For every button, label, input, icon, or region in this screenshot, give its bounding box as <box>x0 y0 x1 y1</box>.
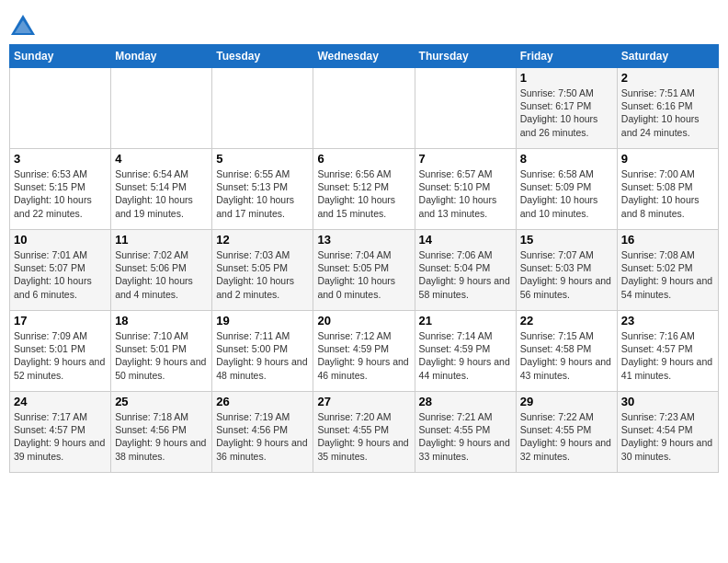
calendar-day-cell <box>111 68 212 149</box>
logo-icon <box>9 13 37 40</box>
day-info: Sunrise: 7:19 AM Sunset: 4:56 PM Dayligh… <box>216 410 309 463</box>
day-number: 1 <box>520 71 613 85</box>
calendar-day-cell: 24Sunrise: 7:17 AM Sunset: 4:57 PM Dayli… <box>10 392 111 473</box>
calendar-day-cell: 27Sunrise: 7:20 AM Sunset: 4:55 PM Dayli… <box>313 392 415 473</box>
calendar-day-cell: 3Sunrise: 6:53 AM Sunset: 5:15 PM Daylig… <box>10 149 111 230</box>
day-info: Sunrise: 7:16 AM Sunset: 4:57 PM Dayligh… <box>621 329 714 382</box>
day-number: 27 <box>317 395 410 408</box>
day-number: 29 <box>520 395 613 408</box>
day-info: Sunrise: 6:58 AM Sunset: 5:09 PM Dayligh… <box>520 167 613 220</box>
day-info: Sunrise: 7:17 AM Sunset: 4:57 PM Dayligh… <box>14 410 107 463</box>
day-number: 20 <box>317 314 410 327</box>
calendar-day-cell: 12Sunrise: 7:03 AM Sunset: 5:05 PM Dayli… <box>212 230 313 311</box>
calendar-day-cell: 6Sunrise: 6:56 AM Sunset: 5:12 PM Daylig… <box>313 149 415 230</box>
calendar-header-day: Saturday <box>617 45 718 68</box>
day-number: 16 <box>621 233 714 247</box>
day-info: Sunrise: 7:22 AM Sunset: 4:55 PM Dayligh… <box>520 410 613 463</box>
day-info: Sunrise: 7:50 AM Sunset: 6:17 PM Dayligh… <box>520 86 613 139</box>
calendar-day-cell: 25Sunrise: 7:18 AM Sunset: 4:56 PM Dayli… <box>111 392 212 473</box>
calendar-day-cell: 16Sunrise: 7:08 AM Sunset: 5:02 PM Dayli… <box>617 230 718 311</box>
calendar-day-cell: 5Sunrise: 6:55 AM Sunset: 5:13 PM Daylig… <box>212 149 313 230</box>
calendar-week-row: 17Sunrise: 7:09 AM Sunset: 5:01 PM Dayli… <box>10 311 719 392</box>
day-number: 13 <box>317 233 410 247</box>
day-info: Sunrise: 7:04 AM Sunset: 5:05 PM Dayligh… <box>317 248 410 301</box>
day-number: 22 <box>520 314 613 327</box>
day-number: 26 <box>216 395 309 408</box>
calendar-header-day: Thursday <box>415 45 516 68</box>
day-number: 9 <box>621 152 714 166</box>
calendar-day-cell: 7Sunrise: 6:57 AM Sunset: 5:10 PM Daylig… <box>415 149 516 230</box>
calendar-day-cell: 17Sunrise: 7:09 AM Sunset: 5:01 PM Dayli… <box>10 311 111 392</box>
calendar-day-cell: 23Sunrise: 7:16 AM Sunset: 4:57 PM Dayli… <box>617 311 718 392</box>
calendar-day-cell: 30Sunrise: 7:23 AM Sunset: 4:54 PM Dayli… <box>617 392 718 473</box>
day-info: Sunrise: 7:01 AM Sunset: 5:07 PM Dayligh… <box>14 248 107 301</box>
calendar-week-row: 24Sunrise: 7:17 AM Sunset: 4:57 PM Dayli… <box>10 392 719 473</box>
day-number: 4 <box>115 152 208 166</box>
day-info: Sunrise: 7:06 AM Sunset: 5:04 PM Dayligh… <box>419 248 512 301</box>
calendar-day-cell: 28Sunrise: 7:21 AM Sunset: 4:55 PM Dayli… <box>415 392 516 473</box>
calendar-body: 1Sunrise: 7:50 AM Sunset: 6:17 PM Daylig… <box>10 68 719 473</box>
calendar-week-row: 3Sunrise: 6:53 AM Sunset: 5:15 PM Daylig… <box>10 149 719 230</box>
calendar-day-cell: 11Sunrise: 7:02 AM Sunset: 5:06 PM Dayli… <box>111 230 212 311</box>
calendar-day-cell: 21Sunrise: 7:14 AM Sunset: 4:59 PM Dayli… <box>415 311 516 392</box>
day-number: 25 <box>115 395 208 408</box>
day-number: 6 <box>317 152 410 166</box>
calendar-day-cell: 10Sunrise: 7:01 AM Sunset: 5:07 PM Dayli… <box>10 230 111 311</box>
calendar: SundayMondayTuesdayWednesdayThursdayFrid… <box>9 44 719 473</box>
day-info: Sunrise: 7:00 AM Sunset: 5:08 PM Dayligh… <box>621 167 714 220</box>
day-info: Sunrise: 7:10 AM Sunset: 5:01 PM Dayligh… <box>115 329 208 382</box>
calendar-header: SundayMondayTuesdayWednesdayThursdayFrid… <box>10 45 719 68</box>
day-number: 12 <box>216 233 309 247</box>
day-info: Sunrise: 7:18 AM Sunset: 4:56 PM Dayligh… <box>115 410 208 463</box>
day-number: 3 <box>14 152 107 166</box>
day-number: 11 <box>115 233 208 247</box>
day-info: Sunrise: 7:12 AM Sunset: 4:59 PM Dayligh… <box>317 329 410 382</box>
day-info: Sunrise: 7:23 AM Sunset: 4:54 PM Dayligh… <box>621 410 714 463</box>
day-info: Sunrise: 7:21 AM Sunset: 4:55 PM Dayligh… <box>419 410 512 463</box>
day-info: Sunrise: 6:57 AM Sunset: 5:10 PM Dayligh… <box>419 167 512 220</box>
day-number: 2 <box>621 71 714 85</box>
day-info: Sunrise: 6:55 AM Sunset: 5:13 PM Dayligh… <box>216 167 309 220</box>
calendar-header-row: SundayMondayTuesdayWednesdayThursdayFrid… <box>10 45 719 68</box>
calendar-week-row: 1Sunrise: 7:50 AM Sunset: 6:17 PM Daylig… <box>10 68 719 149</box>
day-number: 28 <box>419 395 512 408</box>
day-number: 19 <box>216 314 309 327</box>
calendar-day-cell: 8Sunrise: 6:58 AM Sunset: 5:09 PM Daylig… <box>516 149 617 230</box>
calendar-day-cell: 15Sunrise: 7:07 AM Sunset: 5:03 PM Dayli… <box>516 230 617 311</box>
day-number: 10 <box>14 233 107 247</box>
calendar-day-cell: 18Sunrise: 7:10 AM Sunset: 5:01 PM Dayli… <box>111 311 212 392</box>
day-info: Sunrise: 7:08 AM Sunset: 5:02 PM Dayligh… <box>621 248 714 301</box>
calendar-day-cell: 22Sunrise: 7:15 AM Sunset: 4:58 PM Dayli… <box>516 311 617 392</box>
day-info: Sunrise: 6:56 AM Sunset: 5:12 PM Dayligh… <box>317 167 410 220</box>
day-number: 15 <box>520 233 613 247</box>
calendar-day-cell: 20Sunrise: 7:12 AM Sunset: 4:59 PM Dayli… <box>313 311 415 392</box>
logo <box>9 13 40 40</box>
calendar-day-cell: 2Sunrise: 7:51 AM Sunset: 6:16 PM Daylig… <box>617 68 718 149</box>
calendar-day-cell: 19Sunrise: 7:11 AM Sunset: 5:00 PM Dayli… <box>212 311 313 392</box>
day-info: Sunrise: 7:14 AM Sunset: 4:59 PM Dayligh… <box>419 329 512 382</box>
day-info: Sunrise: 6:53 AM Sunset: 5:15 PM Dayligh… <box>14 167 107 220</box>
day-info: Sunrise: 6:54 AM Sunset: 5:14 PM Dayligh… <box>115 167 208 220</box>
day-number: 30 <box>621 395 714 408</box>
day-info: Sunrise: 7:02 AM Sunset: 5:06 PM Dayligh… <box>115 248 208 301</box>
day-info: Sunrise: 7:15 AM Sunset: 4:58 PM Dayligh… <box>520 329 613 382</box>
calendar-day-cell: 14Sunrise: 7:06 AM Sunset: 5:04 PM Dayli… <box>415 230 516 311</box>
page-header <box>9 9 719 40</box>
calendar-header-day: Monday <box>111 45 212 68</box>
calendar-week-row: 10Sunrise: 7:01 AM Sunset: 5:07 PM Dayli… <box>10 230 719 311</box>
day-number: 14 <box>419 233 512 247</box>
day-number: 23 <box>621 314 714 327</box>
calendar-header-day: Wednesday <box>313 45 415 68</box>
day-number: 5 <box>216 152 309 166</box>
day-number: 17 <box>14 314 107 327</box>
day-number: 18 <box>115 314 208 327</box>
calendar-day-cell: 4Sunrise: 6:54 AM Sunset: 5:14 PM Daylig… <box>111 149 212 230</box>
day-number: 21 <box>419 314 512 327</box>
day-number: 8 <box>520 152 613 166</box>
day-number: 24 <box>14 395 107 408</box>
calendar-day-cell: 29Sunrise: 7:22 AM Sunset: 4:55 PM Dayli… <box>516 392 617 473</box>
calendar-header-day: Tuesday <box>212 45 313 68</box>
calendar-day-cell: 1Sunrise: 7:50 AM Sunset: 6:17 PM Daylig… <box>516 68 617 149</box>
calendar-day-cell <box>10 68 111 149</box>
day-info: Sunrise: 7:07 AM Sunset: 5:03 PM Dayligh… <box>520 248 613 301</box>
